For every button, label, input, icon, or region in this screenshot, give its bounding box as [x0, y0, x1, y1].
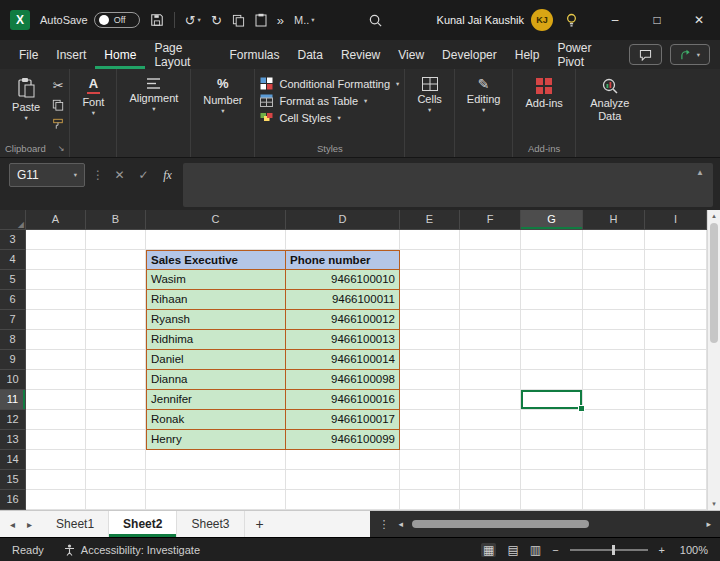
cell-C6[interactable]: Rihaan: [146, 290, 286, 310]
cell-A3[interactable]: [26, 230, 86, 250]
row-header-7[interactable]: 7: [0, 310, 26, 330]
cell-G11[interactable]: [521, 390, 583, 410]
row-header-13[interactable]: 13: [0, 430, 26, 450]
cell-F14[interactable]: [460, 450, 521, 470]
cell-F16[interactable]: [460, 490, 521, 510]
cell-E16[interactable]: [400, 490, 460, 510]
page-break-view-button[interactable]: ▥: [530, 543, 541, 557]
tab-view[interactable]: View: [389, 40, 433, 69]
undo-button[interactable]: ↺▾: [185, 14, 201, 27]
cell-B12[interactable]: [86, 410, 146, 430]
cell-G12[interactable]: [521, 410, 583, 430]
cell-B9[interactable]: [86, 350, 146, 370]
tab-developer[interactable]: Developer: [433, 40, 506, 69]
cell-I14[interactable]: [645, 450, 707, 470]
cell-D4[interactable]: Phone number: [286, 250, 400, 270]
cell-B7[interactable]: [86, 310, 146, 330]
zoom-in-button[interactable]: +: [659, 544, 665, 556]
cell-I3[interactable]: [645, 230, 707, 250]
cell-G8[interactable]: [521, 330, 583, 350]
cell-G6[interactable]: [521, 290, 583, 310]
cell-H10[interactable]: [583, 370, 645, 390]
vertical-scrollbar[interactable]: ▴ ▾: [707, 210, 720, 510]
tab-data[interactable]: Data: [289, 40, 332, 69]
cell-E6[interactable]: [400, 290, 460, 310]
accessibility-status[interactable]: Accessibility: Investigate: [64, 544, 200, 556]
row-header-9[interactable]: 9: [0, 350, 26, 370]
alignment-menu-button[interactable]: Alignment ▾: [122, 74, 185, 140]
enter-button[interactable]: ✓: [135, 163, 152, 187]
cell-F12[interactable]: [460, 410, 521, 430]
cell-A7[interactable]: [26, 310, 86, 330]
cell-E11[interactable]: [400, 390, 460, 410]
cell-F11[interactable]: [460, 390, 521, 410]
cut-icon[interactable]: ✂: [53, 79, 64, 92]
comments-button[interactable]: [629, 44, 662, 65]
tab-review[interactable]: Review: [332, 40, 389, 69]
cell-C14[interactable]: [146, 450, 286, 470]
column-header-B[interactable]: B: [86, 210, 146, 230]
tab-power-pivot[interactable]: Power Pivot: [548, 40, 620, 69]
cell-I9[interactable]: [645, 350, 707, 370]
row-header-16[interactable]: 16: [0, 490, 26, 510]
clipboard-dialog-launcher[interactable]: ↘: [58, 144, 65, 153]
page-layout-view-button[interactable]: ▤: [507, 543, 518, 557]
cell-H3[interactable]: [583, 230, 645, 250]
cell-I12[interactable]: [645, 410, 707, 430]
row-header-5[interactable]: 5: [0, 270, 26, 290]
cell-G3[interactable]: [521, 230, 583, 250]
horizontal-scroll-track[interactable]: [412, 520, 697, 529]
cell-B13[interactable]: [86, 430, 146, 450]
cell-I8[interactable]: [645, 330, 707, 350]
cell-H14[interactable]: [583, 450, 645, 470]
cell-B8[interactable]: [86, 330, 146, 350]
cell-H15[interactable]: [583, 470, 645, 490]
prev-sheet-icon[interactable]: ◂: [10, 519, 15, 530]
autosave-toggle[interactable]: Off: [94, 12, 140, 28]
cell-H9[interactable]: [583, 350, 645, 370]
cell-H7[interactable]: [583, 310, 645, 330]
zoom-out-button[interactable]: −: [552, 544, 558, 556]
close-button[interactable]: ✕: [678, 0, 720, 40]
cell-H5[interactable]: [583, 270, 645, 290]
scroll-right-icon[interactable]: ▸: [706, 519, 711, 529]
zoom-slider-thumb[interactable]: [612, 545, 615, 555]
zoom-level[interactable]: 100%: [676, 544, 708, 556]
cell-H12[interactable]: [583, 410, 645, 430]
cells-menu-button[interactable]: Cells ▾: [410, 74, 448, 140]
cell-D6[interactable]: 9466100011: [286, 290, 400, 310]
tab-file[interactable]: File: [10, 40, 47, 69]
tell-me-button[interactable]: [565, 13, 578, 28]
formula-input[interactable]: ▲: [183, 163, 713, 207]
cell-I15[interactable]: [645, 470, 707, 490]
row-header-14[interactable]: 14: [0, 450, 26, 470]
expand-formula-bar-icon[interactable]: ▲: [696, 168, 704, 177]
cell-E7[interactable]: [400, 310, 460, 330]
cell-C13[interactable]: Henry: [146, 430, 286, 450]
next-sheet-icon[interactable]: ▸: [27, 519, 32, 530]
cell-H6[interactable]: [583, 290, 645, 310]
cell-E4[interactable]: [400, 250, 460, 270]
cell-C5[interactable]: Wasim: [146, 270, 286, 290]
cell-B6[interactable]: [86, 290, 146, 310]
cell-B16[interactable]: [86, 490, 146, 510]
cell-H16[interactable]: [583, 490, 645, 510]
cell-E9[interactable]: [400, 350, 460, 370]
cell-H13[interactable]: [583, 430, 645, 450]
cell-E15[interactable]: [400, 470, 460, 490]
cell-A16[interactable]: [26, 490, 86, 510]
cell-B3[interactable]: [86, 230, 146, 250]
horizontal-scroll-thumb[interactable]: [412, 520, 589, 528]
column-header-C[interactable]: C: [146, 210, 286, 230]
column-header-I[interactable]: I: [645, 210, 707, 230]
cell-C3[interactable]: [146, 230, 286, 250]
cell-H4[interactable]: [583, 250, 645, 270]
cell-F10[interactable]: [460, 370, 521, 390]
cell-A9[interactable]: [26, 350, 86, 370]
cell-F5[interactable]: [460, 270, 521, 290]
sheet-tab-sheet1[interactable]: Sheet1: [42, 511, 109, 537]
row-header-4[interactable]: 4: [0, 250, 26, 270]
cell-A10[interactable]: [26, 370, 86, 390]
cell-C8[interactable]: Ridhima: [146, 330, 286, 350]
column-header-G[interactable]: G: [521, 210, 583, 230]
